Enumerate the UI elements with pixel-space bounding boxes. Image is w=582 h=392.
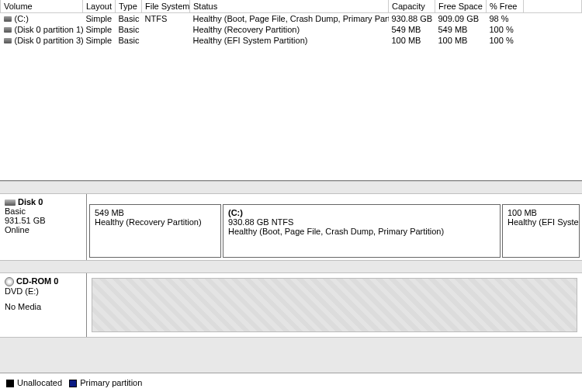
- partition-size: 549 MB: [95, 208, 216, 217]
- col-layout[interactable]: Layout: [83, 0, 116, 13]
- col-filesystem[interactable]: File System: [142, 0, 190, 13]
- partition-status: Healthy (Boot, Page File, Crash Dump, Pr…: [228, 227, 495, 236]
- col-type[interactable]: Type: [116, 0, 142, 13]
- col-volume[interactable]: Volume: [1, 0, 83, 13]
- volume-table: Volume Layout Type File System Status Ca…: [0, 0, 582, 46]
- partition-title: (C:): [228, 208, 495, 217]
- partition-block[interactable]: 549 MBHealthy (Recovery Partition): [89, 204, 221, 258]
- disk-0-state: Online: [5, 225, 81, 234]
- col-freespace[interactable]: Free Space: [435, 0, 487, 13]
- volume-list-pane[interactable]: Volume Layout Type File System Status Ca…: [0, 0, 582, 181]
- partition-status: Healthy (Recovery Partition): [95, 217, 216, 227]
- disk-0-size: 931.51 GB: [5, 216, 81, 225]
- volume-icon: [4, 27, 12, 33]
- legend-swatch-primary: [69, 380, 77, 387]
- cdrom-row[interactable]: CD-ROM 0 DVD (E:) No Media: [0, 273, 582, 337]
- legend-bar: Unallocated Primary partition: [0, 373, 582, 392]
- legend-unallocated-label: Unallocated: [17, 378, 62, 387]
- cdrom-empty-area[interactable]: [92, 278, 577, 332]
- cdrom-partitions: [87, 273, 582, 337]
- disk-row-0[interactable]: Disk 0 Basic 931.51 GB Online 549 MBHeal…: [0, 194, 582, 260]
- disk-icon: [5, 199, 16, 206]
- disk-0-type: Basic: [5, 206, 81, 216]
- cdrom-title: CD-ROM 0: [16, 276, 58, 286]
- col-status[interactable]: Status: [190, 0, 389, 13]
- cd-icon: [5, 277, 14, 286]
- partition-block[interactable]: 100 MBHealthy (EFI System Partition): [502, 204, 580, 258]
- legend-primary-label: Primary partition: [80, 378, 142, 387]
- table-row[interactable]: (C:)SimpleBasicNTFSHealthy (Boot, Page F…: [1, 13, 582, 25]
- partition-status: Healthy (EFI System Partition): [508, 217, 574, 227]
- partition-stripe: [502, 204, 580, 205]
- cdrom-state: No Media: [5, 302, 81, 311]
- table-row[interactable]: (Disk 0 partition 3)SimpleBasicHealthy (…: [1, 35, 582, 46]
- disk-0-title: Disk 0: [18, 197, 43, 206]
- cdrom-type: DVD (E:): [5, 286, 81, 296]
- col-spacer: [524, 0, 582, 13]
- col-pctfree[interactable]: % Free: [487, 0, 524, 13]
- cdrom-info: CD-ROM 0 DVD (E:) No Media: [0, 273, 87, 337]
- volume-icon: [4, 38, 12, 43]
- legend-swatch-unallocated: [6, 380, 14, 387]
- partition-stripe: [223, 204, 501, 205]
- disk-0-info: Disk 0 Basic 931.51 GB Online: [0, 194, 87, 260]
- volume-icon: [4, 16, 12, 22]
- partition-stripe: [89, 204, 221, 205]
- table-header-row: Volume Layout Type File System Status Ca…: [1, 0, 582, 13]
- table-row[interactable]: (Disk 0 partition 1)SimpleBasicHealthy (…: [1, 24, 582, 35]
- partition-block[interactable]: (C:)930.88 GB NTFSHealthy (Boot, Page Fi…: [223, 204, 501, 258]
- partition-size: 100 MB: [508, 208, 574, 217]
- pane-splitter[interactable]: [0, 181, 582, 194]
- partition-size: 930.88 GB NTFS: [228, 217, 495, 227]
- col-capacity[interactable]: Capacity: [389, 0, 435, 13]
- pane-splitter-2[interactable]: [0, 260, 582, 273]
- disk-0-partitions: 549 MBHealthy (Recovery Partition)(C:)93…: [87, 194, 582, 260]
